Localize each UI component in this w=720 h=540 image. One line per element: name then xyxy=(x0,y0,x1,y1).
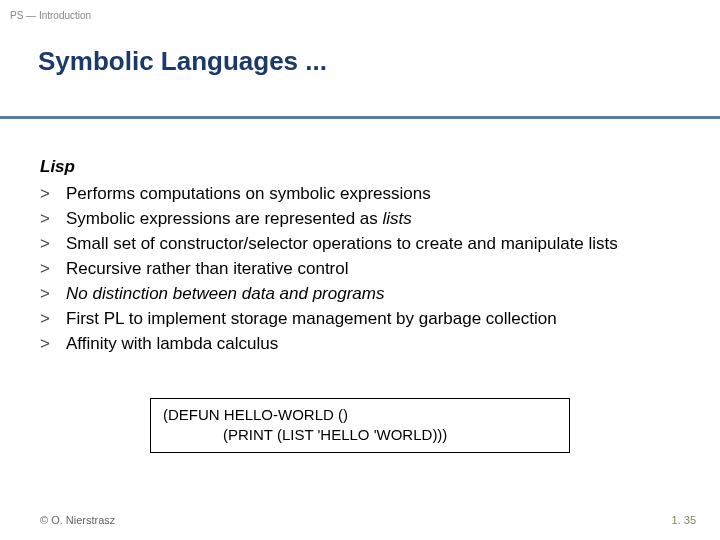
bullet-marker: > xyxy=(40,283,66,306)
list-item: > Recursive rather than iterative contro… xyxy=(40,258,680,281)
list-item: > No distinction between data and progra… xyxy=(40,283,680,306)
footer-copyright: © O. Nierstrasz xyxy=(40,514,115,526)
list-item: > Affinity with lambda calculus xyxy=(40,333,680,356)
code-line: (DEFUN HELLO-WORLD () xyxy=(163,405,557,425)
bullet-text: No distinction between data and programs xyxy=(66,283,680,306)
title-rule xyxy=(0,116,720,119)
footer-page-number: 1. 35 xyxy=(672,514,696,526)
bullet-text: Affinity with lambda calculus xyxy=(66,333,680,356)
bullet-text: Recursive rather than iterative control xyxy=(66,258,680,281)
bullet-text: Symbolic expressions are represented as … xyxy=(66,208,680,231)
bullet-marker: > xyxy=(40,333,66,356)
page-title: Symbolic Languages ... xyxy=(38,46,327,77)
breadcrumb: PS — Introduction xyxy=(10,10,91,21)
slide: PS — Introduction Symbolic Languages ...… xyxy=(0,0,720,540)
bullet-text: Performs computations on symbolic expres… xyxy=(66,183,680,206)
bullet-marker: > xyxy=(40,233,66,256)
bullet-marker: > xyxy=(40,308,66,331)
list-item: > First PL to implement storage manageme… xyxy=(40,308,680,331)
code-line: (PRINT (LIST 'HELLO 'WORLD))) xyxy=(163,425,557,445)
bullet-marker: > xyxy=(40,183,66,206)
list-item: > Small set of constructor/selector oper… xyxy=(40,233,680,256)
list-item: > Symbolic expressions are represented a… xyxy=(40,208,680,231)
bullet-text: Small set of constructor/selector operat… xyxy=(66,233,680,256)
subheading: Lisp xyxy=(40,156,680,179)
bullet-text: First PL to implement storage management… xyxy=(66,308,680,331)
list-item: > Performs computations on symbolic expr… xyxy=(40,183,680,206)
bullet-marker: > xyxy=(40,208,66,231)
code-box: (DEFUN HELLO-WORLD () (PRINT (LIST 'HELL… xyxy=(150,398,570,453)
content-area: Lisp > Performs computations on symbolic… xyxy=(40,156,680,358)
bullet-marker: > xyxy=(40,258,66,281)
